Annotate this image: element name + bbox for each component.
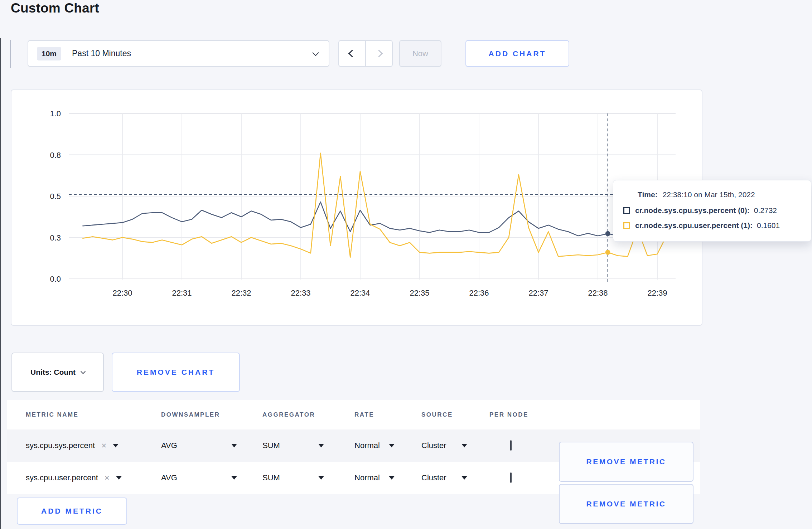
source-select[interactable]: Cluster bbox=[421, 473, 467, 482]
svg-text:22:30: 22:30 bbox=[112, 288, 132, 297]
svg-text:22:37: 22:37 bbox=[528, 288, 548, 297]
tooltip-series-row: cr.node.sys.cpu.user.percent (1): 0.1601 bbox=[623, 221, 800, 230]
svg-text:22:36: 22:36 bbox=[469, 288, 489, 297]
time-window-label: Past 10 Minutes bbox=[72, 49, 131, 58]
close-icon[interactable]: × bbox=[101, 441, 106, 450]
svg-text:22:35: 22:35 bbox=[410, 288, 429, 297]
timeseries-chart[interactable]: 22:3022:3122:3222:3322:3422:3522:3622:37… bbox=[11, 91, 703, 325]
caret-down-icon bbox=[461, 444, 467, 447]
chevron-right-icon bbox=[375, 50, 383, 57]
downsampler-select[interactable]: AVG bbox=[161, 441, 237, 450]
header-downsampler: DOWNSAMPLER bbox=[161, 411, 262, 418]
rate-select[interactable]: Normal bbox=[354, 441, 395, 450]
svg-text:0.5: 0.5 bbox=[50, 192, 61, 201]
header-rate: RATE bbox=[354, 411, 421, 418]
series-swatch-icon bbox=[623, 222, 630, 229]
caret-down-icon bbox=[113, 444, 119, 447]
remove-chart-button[interactable]: REMOVE CHART bbox=[112, 353, 240, 392]
series-swatch-icon bbox=[623, 207, 630, 214]
tooltip-time-label: Time: bbox=[638, 190, 658, 199]
chevron-down-icon bbox=[81, 369, 86, 374]
metrics-table: METRIC NAME DOWNSAMPLER AGGREGATOR RATE … bbox=[7, 400, 700, 494]
aggregator-select[interactable]: SUM bbox=[262, 441, 324, 450]
chevron-down-icon bbox=[312, 49, 319, 56]
svg-text:22:38: 22:38 bbox=[588, 288, 608, 297]
svg-text:0.8: 0.8 bbox=[50, 151, 61, 160]
header-metric-name: METRIC NAME bbox=[26, 411, 161, 418]
next-time-button[interactable] bbox=[366, 41, 392, 66]
caret-down-icon bbox=[231, 444, 237, 447]
metric-name-chip[interactable]: sys.cpu.sys.percent × bbox=[26, 441, 161, 450]
add-metric-button[interactable]: ADD METRIC bbox=[17, 498, 127, 525]
caret-down-icon bbox=[116, 476, 122, 480]
prev-time-button[interactable] bbox=[339, 41, 366, 66]
time-window-badge: 10m bbox=[37, 47, 61, 60]
remove-metric-button[interactable]: REMOVE METRIC bbox=[559, 442, 693, 482]
svg-text:0.0: 0.0 bbox=[50, 275, 61, 283]
caret-down-icon bbox=[318, 476, 324, 480]
close-icon[interactable]: × bbox=[105, 474, 110, 482]
caret-down-icon bbox=[318, 444, 324, 447]
caret-down-icon bbox=[231, 476, 237, 480]
svg-text:22:34: 22:34 bbox=[350, 288, 370, 297]
svg-text:22:31: 22:31 bbox=[172, 288, 192, 297]
toolbar-divider bbox=[10, 40, 11, 68]
metric-name-chip[interactable]: sys.cpu.user.percent × bbox=[26, 473, 161, 482]
header-per-node: PER NODE bbox=[489, 411, 559, 418]
caret-down-icon bbox=[389, 476, 395, 480]
time-range-select[interactable]: 10m Past 10 Minutes bbox=[28, 40, 329, 67]
svg-text:22:32: 22:32 bbox=[231, 288, 251, 297]
chart-card: 22:3022:3122:3222:3322:3422:3522:3622:37… bbox=[11, 89, 702, 326]
caret-down-icon bbox=[389, 444, 395, 447]
units-label: Units: Count bbox=[30, 368, 76, 377]
svg-text:0.3: 0.3 bbox=[50, 233, 61, 242]
header-aggregator: AGGREGATOR bbox=[262, 411, 354, 418]
per-node-checkbox[interactable] bbox=[510, 440, 512, 451]
source-select[interactable]: Cluster bbox=[421, 441, 467, 450]
chevron-left-icon bbox=[348, 50, 356, 57]
window-edge-line bbox=[0, 38, 1, 529]
aggregator-select[interactable]: SUM bbox=[262, 473, 324, 482]
rate-select[interactable]: Normal bbox=[354, 473, 395, 482]
time-pager bbox=[338, 40, 393, 67]
metrics-table-header: METRIC NAME DOWNSAMPLER AGGREGATOR RATE … bbox=[7, 400, 700, 429]
tooltip-time-value: 22:38:10 on Mar 15th, 2022 bbox=[663, 190, 755, 199]
chart-tooltip: Time: 22:38:10 on Mar 15th, 2022 cr.node… bbox=[613, 180, 811, 242]
units-select[interactable]: Units: Count bbox=[11, 353, 104, 392]
add-chart-button[interactable]: ADD CHART bbox=[465, 40, 569, 67]
remove-metric-button[interactable]: REMOVE METRIC bbox=[559, 484, 693, 524]
tooltip-series-row: cr.node.sys.cpu.sys.percent (0): 0.2732 bbox=[623, 206, 800, 215]
page-title: Custom Chart bbox=[11, 1, 99, 16]
per-node-checkbox[interactable] bbox=[510, 472, 512, 483]
svg-text:22:39: 22:39 bbox=[647, 288, 667, 297]
caret-down-icon bbox=[461, 476, 467, 480]
header-source: SOURCE bbox=[421, 411, 489, 418]
svg-text:22:33: 22:33 bbox=[291, 288, 310, 297]
downsampler-select[interactable]: AVG bbox=[161, 473, 237, 482]
svg-text:1.0: 1.0 bbox=[50, 109, 61, 118]
now-button[interactable]: Now bbox=[399, 40, 441, 67]
